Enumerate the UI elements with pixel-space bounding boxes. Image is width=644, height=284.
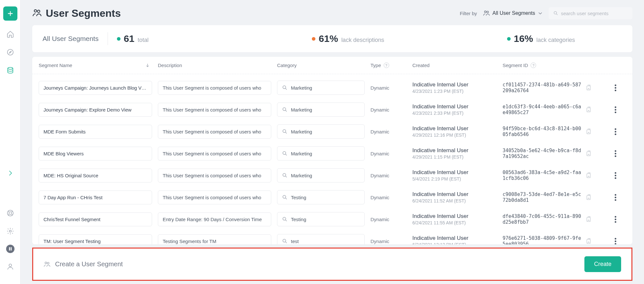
copy-icon[interactable] (585, 238, 592, 244)
table-row: TM: User Segment Testing Testing Segment… (39, 230, 626, 244)
row-menu-button[interactable] (609, 104, 622, 115)
cell-type: Dynamic (370, 85, 412, 91)
cell-created: Indicative Internal User 4/23/2021 1:23 … (412, 82, 503, 94)
dot-desc-icon (312, 37, 315, 41)
nav-help-icon[interactable] (6, 209, 15, 218)
search-icon (553, 10, 558, 16)
search-icon (282, 194, 288, 200)
people-icon (43, 261, 51, 268)
cell-description[interactable]: This User Segment is composed of users w… (158, 169, 271, 182)
stat-total-label: total (138, 37, 149, 44)
copy-icon[interactable] (585, 194, 592, 201)
chevron-down-icon (538, 11, 543, 16)
table-row: MDE: HS Original Source This User Segmen… (39, 164, 626, 186)
nav-expand-icon[interactable] (6, 169, 15, 178)
row-menu-button[interactable] (609, 83, 622, 93)
page-title-icon (32, 8, 42, 19)
help-icon[interactable]: ? (531, 63, 536, 68)
create-button[interactable]: Create (584, 256, 621, 272)
filter-value: All User Segments (493, 10, 535, 16)
cell-created: Indicative Internal User 4/29/2021 1:15 … (412, 147, 503, 160)
copy-icon[interactable] (585, 216, 592, 223)
cell-type: Dynamic (370, 151, 412, 156)
row-menu-button[interactable] (609, 192, 622, 203)
table-row: Journeys Campaign: Journeys Launch Blog … (39, 77, 626, 99)
cell-segment-name[interactable]: Journeys Campaign: Explore Demo View (39, 103, 152, 117)
cell-segment-name[interactable]: MDE Blog Viewers (39, 147, 152, 161)
cell-segment-id: 34052b0a-5e62-4c9e-b9ca-f8d7a19652ac (503, 148, 609, 159)
cell-category[interactable]: Marketing (277, 146, 365, 161)
filter-dropdown[interactable]: All User Segments (483, 10, 543, 17)
search-icon (282, 151, 288, 156)
nav-compass-icon[interactable] (6, 48, 15, 57)
nav-data-icon[interactable] (6, 66, 15, 75)
row-menu-button[interactable] (609, 126, 622, 137)
cell-segment-name[interactable]: Journeys Campaign: Journeys Launch Blog … (39, 81, 152, 95)
nav-account-icon[interactable] (6, 262, 15, 271)
stat-desc-value: 61% (319, 33, 338, 44)
cell-type: Dynamic (370, 173, 412, 178)
cell-description[interactable]: Testing Segments for TM (158, 234, 271, 245)
cell-created: Indicative Internal User 5/4/2021 2:19 P… (412, 169, 503, 181)
cell-category[interactable]: test (277, 234, 365, 244)
add-button[interactable] (3, 6, 17, 21)
stat-cat-label: lack categories (536, 37, 575, 44)
row-menu-button[interactable] (609, 148, 622, 159)
nav-settings-icon[interactable] (6, 227, 15, 236)
cell-created: Indicative Internal User 6/24/2021 11:52… (412, 191, 503, 203)
cell-category[interactable]: Marketing (277, 103, 365, 117)
cell-segment-id: e1dc63f3-9c44-4eeb-a065-c6ae49865c27 (503, 104, 609, 115)
copy-icon[interactable] (585, 128, 592, 135)
search-icon (282, 216, 288, 222)
col-segment-id[interactable]: Segment ID ? (503, 63, 622, 68)
cell-created: Indicative Internal User 6/24/2021 12:13… (412, 235, 503, 244)
col-type[interactable]: Type ? (370, 63, 412, 68)
cell-created: Indicative Internal User 6/24/2021 11:55… (412, 213, 503, 225)
cell-description[interactable]: This User Segment is composed of users w… (158, 147, 271, 161)
copy-icon[interactable] (585, 150, 592, 157)
cell-segment-name[interactable]: 7 Day App Run - CHris Test (39, 191, 152, 204)
col-category[interactable]: Category (277, 63, 370, 68)
search-wrapper (549, 7, 632, 19)
cell-created: Indicative Internal User 4/29/2021 12:16… (412, 125, 503, 138)
cell-segment-name[interactable]: MDE Form Submits (39, 125, 152, 139)
nav-home-icon[interactable] (6, 30, 15, 39)
cell-segment-name[interactable]: ChrisTest Funnel Segment (39, 212, 152, 226)
stat-total-value: 61 (124, 33, 134, 44)
copy-icon[interactable] (585, 106, 592, 113)
cell-category[interactable]: Marketing (277, 81, 365, 95)
copy-icon[interactable] (585, 84, 592, 91)
cell-type: Dynamic (370, 239, 412, 244)
create-segment-label: Create a User Segment (55, 260, 123, 268)
cell-segment-name[interactable]: TM: User Segment Testing (39, 234, 152, 245)
cell-description[interactable]: This User Segment is composed of users w… (158, 191, 271, 204)
row-menu-button[interactable] (609, 236, 622, 245)
page-title: User Segments (46, 7, 121, 19)
cell-description[interactable]: Entry Date Range: 90 Days / Conversion T… (158, 212, 271, 226)
help-icon[interactable]: ? (384, 63, 389, 68)
cell-created: Indicative Internal User 4/23/2021 2:33 … (412, 103, 503, 116)
cell-type: Dynamic (370, 107, 412, 113)
nav-pause-icon[interactable] (6, 245, 14, 253)
col-created[interactable]: Created (412, 63, 503, 68)
copy-icon[interactable] (585, 172, 592, 179)
row-menu-button[interactable] (609, 214, 622, 225)
table-row: 7 Day App Run - CHris Test This User Seg… (39, 186, 626, 208)
cell-description[interactable]: This User Segment is composed of users w… (158, 125, 271, 139)
cell-segment-name[interactable]: MDE: HS Original Source (39, 169, 152, 182)
table-row: ChrisTest Funnel Segment Entry Date Rang… (39, 208, 626, 230)
cell-category[interactable]: Marketing (277, 168, 365, 182)
col-segment-name[interactable]: Segment Name (39, 63, 158, 68)
dot-cat-icon (507, 37, 511, 41)
row-menu-button[interactable] (609, 170, 622, 181)
svg-rect-11 (9, 247, 10, 250)
cell-category[interactable]: Testing (277, 190, 365, 204)
cell-description[interactable]: This User Segment is composed of users w… (158, 103, 271, 117)
col-description[interactable]: Description (158, 63, 277, 68)
cell-category[interactable]: Marketing (277, 124, 365, 139)
table-row: MDE Form Submits This User Segment is co… (39, 121, 626, 142)
cell-category[interactable]: Testing (277, 212, 365, 226)
search-input[interactable] (561, 11, 628, 16)
svg-rect-12 (11, 247, 12, 250)
cell-description[interactable]: This User Segment is composed of users w… (158, 81, 271, 95)
